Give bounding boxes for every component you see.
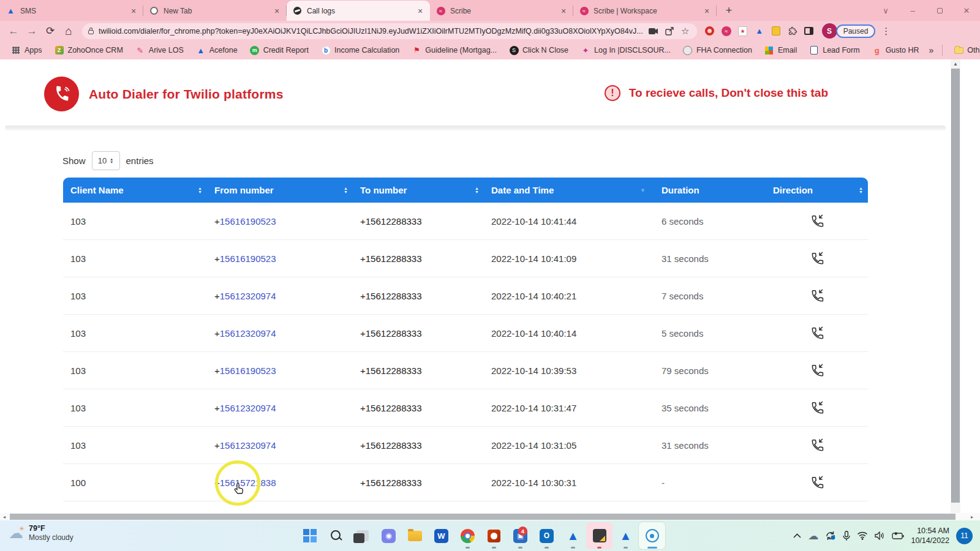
horizontal-scroll-thumb[interactable] [10,514,956,520]
bookmark-acefone[interactable]: ▲Acefone [191,43,243,57]
bookmark-lead-form[interactable]: Lead Form [804,43,864,57]
cell-from-number[interactable]: +15612320974 [207,328,353,339]
bookmark-income-calculation[interactable]: bIncome Calculation [316,43,404,57]
address-bar[interactable]: twilioid.com/dialer/for_chrome.php?token… [82,23,697,39]
cell-from-number[interactable]: +15616190523 [207,216,353,227]
bookmark-apps[interactable]: Apps [6,43,47,57]
bookmark-gusto-hr[interactable]: gGusto HR [867,43,924,57]
close-button[interactable]: ✕ [953,0,980,21]
back-icon[interactable]: ← [5,23,22,40]
wifi-icon[interactable] [857,531,868,540]
bookmark-credit-report[interactable]: mCredit Report [245,43,314,57]
maximize-button[interactable] [926,0,953,21]
tab-close-icon[interactable]: × [702,6,712,16]
onedrive-icon[interactable]: ☁ [808,530,818,542]
search-button[interactable] [323,522,349,549]
minimize-button[interactable]: – [899,0,926,21]
tab-new-tab[interactable]: New Tab× [143,1,287,21]
scanner-app-button[interactable] [586,522,612,549]
forward-icon[interactable]: → [23,23,40,40]
arive-app-button-2[interactable]: ▲ [612,522,639,549]
cell-from-number[interactable]: +15612320974 [207,291,353,301]
bookmark-star-icon[interactable]: ☆ [680,26,691,37]
column-header-duration[interactable]: Duration [654,178,766,203]
profile-avatar[interactable]: S [822,23,837,39]
scroll-right-icon[interactable]: ▸ [968,513,976,520]
bookmark-arive-los[interactable]: ✎Arive LOS [130,43,189,57]
bookmark-zohoonce-crm[interactable]: ZZohoOnce CRM [50,43,128,57]
volume-icon[interactable] [875,531,885,540]
bookmark-click-n-close[interactable]: SClick N Close [504,43,573,57]
bookmark-email[interactable]: Email [760,43,802,57]
teams-button[interactable]: ▣4 [507,522,533,549]
from-number-link[interactable]: 15612320974 [220,291,276,301]
from-number-link[interactable]: 15612320974 [220,328,276,339]
camera-indicator-icon[interactable] [648,26,659,37]
column-header-to-number[interactable]: To number▲▼ [353,178,484,203]
scroll-left-icon[interactable]: ◂ [0,513,9,520]
extensions-puzzle-icon[interactable] [787,26,798,37]
start-button[interactable] [296,522,323,549]
tab-close-icon[interactable]: × [129,6,138,16]
vertical-scrollbar[interactable]: ▲ [951,59,960,513]
tab-sms[interactable]: ▲SMS× [0,1,143,21]
column-header-from-number[interactable]: From number▲▼ [207,178,353,203]
from-number-link[interactable]: 15616190523 [220,365,276,376]
tab-close-icon[interactable]: × [272,6,282,16]
file-explorer-button[interactable] [402,522,428,549]
new-tab-button[interactable]: + [720,2,737,19]
other-bookmarks-button[interactable]: Other bookmarks [949,43,980,57]
outlook-button[interactable]: O [533,522,560,549]
tab-close-icon[interactable]: × [415,6,425,16]
cell-from-number[interactable]: +15616190523 [207,253,353,264]
clock[interactable]: 10:54 AM 10/14/2022 [911,526,949,545]
column-header-date-and-time[interactable]: Date and Time▼ [484,178,654,203]
task-view-button[interactable] [349,522,375,549]
cell-from-number[interactable]: +15612320974 [207,403,353,413]
acefone-extension-icon[interactable] [704,26,715,37]
vertical-scroll-thumb[interactable] [951,69,960,503]
side-panel-icon[interactable] [804,26,815,37]
cell-from-number[interactable]: +15616190523 [207,365,353,376]
microphone-icon[interactable] [843,531,850,541]
tab-scribe-workspace[interactable]: ≈Scribe | Workspace× [573,1,717,21]
cell-from-number[interactable]: +15612320974 [207,440,353,451]
chat-button[interactable]: ◉ [375,522,402,549]
from-number-link[interactable]: 15612320974 [220,403,276,413]
office-button[interactable] [481,522,507,549]
word-button[interactable]: W [428,522,454,549]
scroll-up-icon[interactable]: ▲ [951,59,960,69]
horizontal-scrollbar[interactable]: ◂ ▸ [0,513,980,520]
bookmark-log-in-disclsour-[interactable]: ✦Log In |DISCLSOUR... [576,43,676,57]
from-number-link[interactable]: 15612320974 [220,440,276,451]
tab-call-logs[interactable]: Call logs× [287,1,430,21]
chrome-button[interactable] [454,522,481,549]
from-number-link[interactable]: 15616190523 [220,216,276,227]
tray-chevron-icon[interactable] [793,533,801,538]
bookmarks-overflow-chevron[interactable]: » [927,45,937,55]
reload-icon[interactable]: ⟳ [42,23,59,40]
menu-kebab-icon[interactable]: ⋮ [881,26,891,37]
notification-count-badge[interactable]: 11 [956,528,973,544]
column-header-client-name[interactable]: Client Name▲▼ [63,178,207,203]
tab-close-icon[interactable]: × [559,6,568,16]
column-header-direction[interactable]: Direction▲▼ [766,178,868,203]
arive-extension-icon[interactable]: ▲ [754,26,765,37]
home-icon[interactable]: ⌂ [60,23,77,40]
weather-widget[interactable]: ☁☀ 79°F Mostly cloudy [9,524,74,542]
recorder-app-button[interactable] [639,522,665,549]
page-size-select[interactable]: 10 ▲▼ [92,151,120,170]
scribe-extension-icon[interactable]: ≈ [721,26,732,37]
sync-icon[interactable] [825,531,836,541]
battery-icon[interactable] [892,532,904,539]
from-number-link[interactable]: 15616190523 [220,253,276,264]
bookmark-card-extension-icon[interactable]: ★ [737,26,748,37]
bookmark-guideline-mortgag-[interactable]: ⚑Guideline (Mortgag... [407,43,502,57]
share-icon[interactable] [664,26,675,37]
sync-paused-badge[interactable]: Paused [836,24,876,38]
arive-app-button[interactable]: ▲ [560,522,586,549]
tab-scribe[interactable]: ≈Scribe× [430,1,573,21]
notes-extension-icon[interactable] [771,26,782,37]
bookmark-fha-connection[interactable]: FHA Connection [678,43,757,57]
tab-search-icon[interactable]: ∨ [872,0,899,21]
